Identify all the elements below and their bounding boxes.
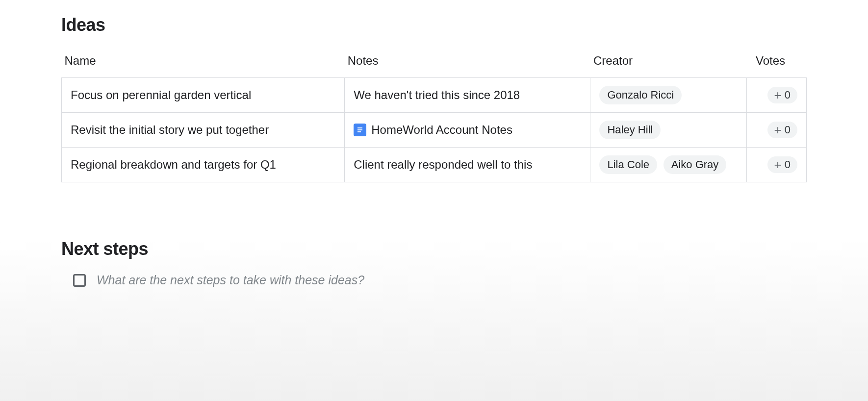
table-row[interactable]: Revisit the initial story we put togethe… — [62, 113, 807, 148]
next-steps-section: Next steps What are the next steps to ta… — [61, 239, 807, 287]
vote-count: 0 — [785, 124, 791, 136]
vote-count: 0 — [785, 158, 791, 171]
svg-rect-0 — [357, 127, 362, 128]
checklist-placeholder[interactable]: What are the next steps to take with the… — [97, 273, 364, 287]
table-row[interactable]: Regional breakdown and targets for Q1 Cl… — [62, 148, 807, 182]
notes-text: We haven't tried this since 2018 — [354, 88, 520, 101]
doc-link-chip[interactable]: HomeWorld Account Notes — [354, 123, 512, 137]
cell-name[interactable]: Regional breakdown and targets for Q1 — [62, 148, 345, 182]
next-steps-heading: Next steps — [61, 239, 807, 259]
table-row[interactable]: Focus on perennial garden vertical We ha… — [62, 78, 807, 113]
cell-notes[interactable]: HomeWorld Account Notes — [345, 113, 590, 148]
plus-icon: + — [774, 89, 782, 101]
column-header-votes: Votes — [747, 49, 807, 78]
creator-chip[interactable]: Lila Cole — [599, 155, 657, 174]
vote-button[interactable]: + 0 — [767, 87, 797, 103]
creator-chip[interactable]: Gonzalo Ricci — [599, 86, 682, 104]
table-header-row: Name Notes Creator Votes — [62, 49, 807, 78]
vote-button[interactable]: + 0 — [767, 156, 797, 173]
checkbox-icon[interactable] — [73, 274, 86, 287]
cell-notes[interactable]: Client really responded well to this — [345, 148, 590, 182]
cell-creator[interactable]: Gonzalo Ricci — [590, 78, 747, 113]
svg-rect-2 — [357, 131, 361, 132]
creator-chip[interactable]: Aiko Gray — [664, 155, 727, 174]
document-content: Ideas Name Notes Creator Votes Focus on … — [0, 0, 868, 287]
checklist-item[interactable]: What are the next steps to take with the… — [61, 273, 807, 287]
column-header-name: Name — [62, 49, 345, 78]
column-header-creator: Creator — [590, 49, 747, 78]
cell-votes[interactable]: + 0 — [747, 113, 807, 148]
vote-button[interactable]: + 0 — [767, 122, 797, 138]
cell-votes[interactable]: + 0 — [747, 148, 807, 182]
svg-rect-1 — [357, 129, 362, 130]
creator-chip[interactable]: Haley Hill — [599, 121, 661, 139]
cell-creator[interactable]: Lila Cole Aiko Gray — [590, 148, 747, 182]
doc-link-label: HomeWorld Account Notes — [371, 123, 512, 137]
notes-text: Client really responded well to this — [354, 158, 532, 171]
cell-votes[interactable]: + 0 — [747, 78, 807, 113]
cell-name[interactable]: Focus on perennial garden vertical — [62, 78, 345, 113]
plus-icon: + — [774, 158, 782, 171]
plus-icon: + — [774, 124, 782, 136]
cell-notes[interactable]: We haven't tried this since 2018 — [345, 78, 590, 113]
ideas-heading: Ideas — [61, 15, 807, 35]
doc-icon — [354, 124, 366, 136]
cell-creator[interactable]: Haley Hill — [590, 113, 747, 148]
ideas-section: Ideas Name Notes Creator Votes Focus on … — [61, 15, 807, 182]
column-header-notes: Notes — [345, 49, 590, 78]
vote-count: 0 — [785, 89, 791, 101]
cell-name[interactable]: Revisit the initial story we put togethe… — [62, 113, 345, 148]
ideas-table: Name Notes Creator Votes Focus on perenn… — [61, 49, 807, 182]
